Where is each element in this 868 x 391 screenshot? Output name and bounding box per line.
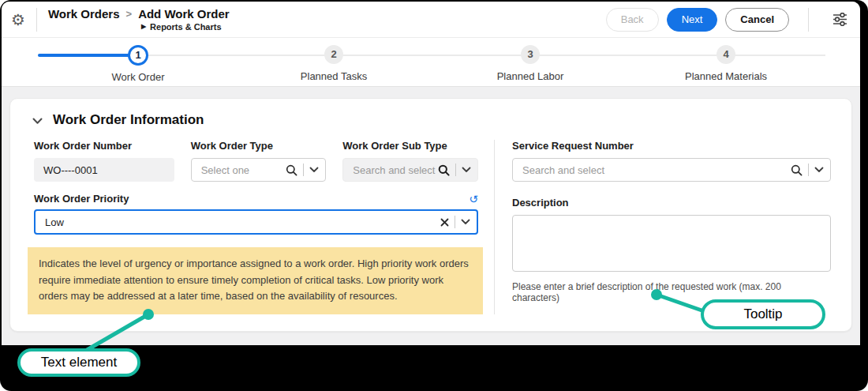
annotation-tooltip: Tooltip: [701, 299, 825, 329]
annotation-text-element: Text element: [17, 348, 140, 377]
screenshot-frame: ⚙ Work Orders > Add Work Order ▶ Reports…: [0, 0, 868, 391]
callout-lines: [0, 0, 868, 391]
